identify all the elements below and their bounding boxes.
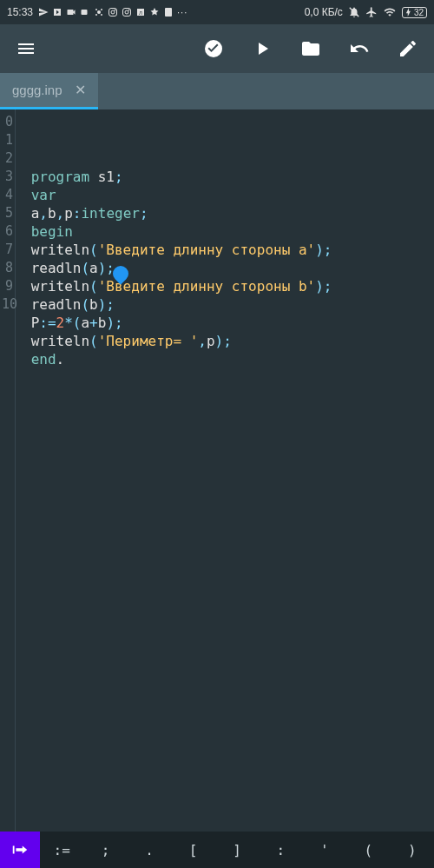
svg-point-5 [101, 14, 102, 16]
edit-button[interactable] [396, 36, 420, 61]
sym-dot[interactable]: . [128, 832, 171, 868]
svg-text:Л: Л [139, 10, 142, 16]
status-left: 15:33 Л ··· [7, 6, 187, 18]
undo-button[interactable] [347, 36, 372, 61]
line-number: 2 [2, 149, 13, 168]
status-net: 0,0 КБ/с [305, 6, 343, 18]
status-app-icons: Л ··· [38, 7, 187, 17]
code-line[interactable]: a,b,p:integer; [23, 204, 434, 222]
status-time: 15:33 [7, 6, 33, 18]
code-line[interactable]: writeln('Периметр= ',p); [23, 332, 434, 350]
code-line[interactable]: var [23, 186, 434, 204]
sym-semicolon[interactable]: ; [83, 832, 127, 868]
file-tab[interactable]: gggg.inp ✕ [0, 73, 98, 109]
sym-assign[interactable]: := [40, 832, 83, 868]
menu-button[interactable] [14, 36, 38, 61]
line-number: 6 [2, 222, 13, 241]
line-number: 1 [2, 131, 13, 149]
code-line[interactable]: P:=2*(a+b); [23, 314, 434, 332]
code-line[interactable]: readln(a); [23, 259, 434, 277]
code-line[interactable]: begin [23, 222, 434, 241]
line-gutter: 012345678910 [0, 109, 16, 832]
sym-rbracket[interactable]: ] [215, 832, 259, 868]
wifi-icon [383, 6, 397, 18]
svg-point-4 [95, 14, 97, 16]
svg-point-8 [115, 10, 115, 10]
folder-button[interactable] [299, 36, 323, 61]
svg-rect-0 [82, 10, 88, 15]
line-number: 0 [2, 113, 13, 131]
bell-off-icon [348, 6, 360, 18]
svg-point-3 [101, 9, 102, 10]
code-line[interactable]: writeln('Введите длинну стороны a'); [23, 241, 434, 259]
sym-rparen[interactable]: ) [391, 832, 434, 868]
line-number: 3 [2, 168, 13, 186]
sym-lparen[interactable]: ( [346, 832, 390, 868]
app-bar [0, 24, 434, 73]
line-number: 4 [2, 186, 13, 204]
line-number: 7 [2, 241, 13, 259]
line-number: 9 [2, 277, 13, 295]
tab-bar: gggg.inp ✕ [0, 73, 434, 109]
line-number: 10 [2, 295, 13, 314]
battery-indicator: 32 [402, 7, 427, 18]
airplane-icon [365, 6, 378, 18]
code-line[interactable]: end. [23, 350, 434, 368]
tab-key-button[interactable] [0, 832, 40, 868]
line-number: 5 [2, 204, 13, 222]
svg-rect-14 [165, 8, 172, 17]
close-tab-icon[interactable]: ✕ [75, 82, 86, 98]
code-editor[interactable]: 012345678910 program s1; var a,b,p:integ… [0, 109, 434, 832]
code-line[interactable]: program s1; [23, 168, 434, 186]
sym-lbracket[interactable]: [ [171, 832, 214, 868]
file-tab-label: gggg.inp [12, 83, 62, 97]
code-area[interactable]: program s1; var a,b,p:integer; begin wri… [16, 109, 434, 832]
symbol-toolbar: := ; . [ ] : ' ( ) [0, 832, 434, 868]
svg-point-7 [111, 10, 115, 14]
code-line[interactable]: readln(b); [23, 295, 434, 314]
check-button[interactable] [201, 36, 226, 61]
svg-point-11 [128, 10, 129, 10]
status-bar: 15:33 Л ··· 0,0 КБ/с 32 [0, 0, 434, 24]
sym-colon[interactable]: : [259, 832, 302, 868]
status-right: 0,0 КБ/с 32 [305, 6, 427, 18]
line-number: 8 [2, 259, 13, 277]
svg-point-10 [125, 10, 128, 14]
svg-point-1 [97, 10, 101, 14]
run-button[interactable] [250, 36, 274, 61]
svg-point-2 [95, 9, 97, 10]
sym-quote[interactable]: ' [303, 832, 346, 868]
code-line[interactable]: writeln('Введите длинну стороны b'); [23, 277, 434, 295]
